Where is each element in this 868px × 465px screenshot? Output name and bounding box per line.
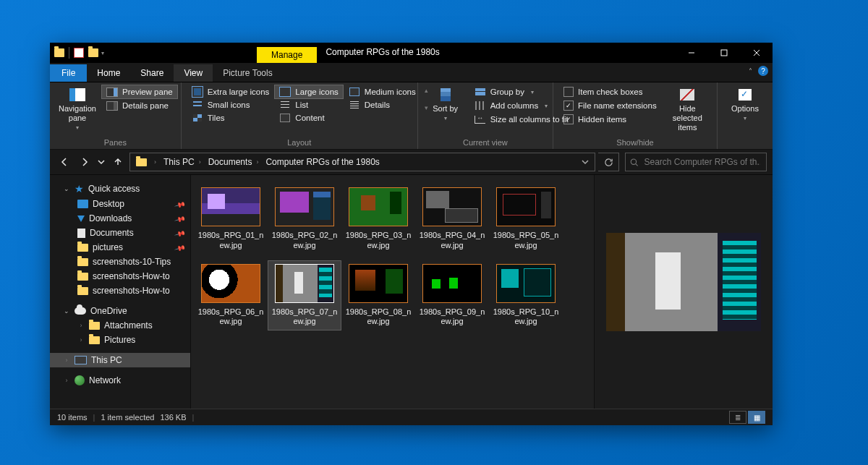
file-item[interactable]: 1980s_RPG_06_new.jpg	[194, 260, 268, 331]
close-button[interactable]	[740, 43, 773, 63]
breadcrumb-current[interactable]: Computer RPGs of the 1980s	[263, 157, 382, 167]
options-button[interactable]: Options▾	[723, 84, 767, 125]
preview-pane	[594, 175, 773, 409]
breadcrumb-documents[interactable]: Documents›	[205, 157, 263, 167]
star-icon: ★	[75, 183, 84, 195]
sidebar-onedrive-pictures[interactable]: ›Pictures	[50, 333, 190, 347]
sort-by-button[interactable]: Sort by▾	[424, 84, 467, 125]
downloads-icon	[77, 216, 85, 222]
app-icon	[54, 48, 64, 57]
file-item[interactable]: 1980s_RPG_07_new.jpg	[268, 260, 341, 331]
file-name-label: 1980s_RPG_04_new.jpg	[416, 231, 488, 251]
layout-details[interactable]: Details	[344, 98, 420, 111]
file-list[interactable]: 1980s_RPG_01_new.jpg1980s_RPG_02_new.jpg…	[191, 175, 594, 409]
navigation-pane-button[interactable]: Navigation pane▾	[56, 84, 99, 135]
group-label-panes: Panes	[56, 137, 175, 149]
folder-icon	[77, 287, 88, 295]
sidebar-desktop[interactable]: Desktop📌	[50, 197, 190, 211]
qat-newfolder-icon[interactable]	[88, 48, 98, 57]
layout-tiles[interactable]: Tiles	[187, 111, 274, 124]
options-icon	[739, 89, 752, 101]
sidebar-folder-shortcut[interactable]: screenshots-How-to	[50, 269, 190, 283]
address-bar[interactable]: › This PC› Documents› Computer RPGs of t…	[129, 153, 595, 171]
file-item[interactable]: 1980s_RPG_05_new.jpg	[489, 184, 563, 255]
titlebar[interactable]: ▾ Manage Computer RPGs of the 1980s	[50, 43, 773, 63]
sidebar-downloads[interactable]: Downloads📌	[50, 211, 190, 226]
sidebar-documents[interactable]: Documents📌	[50, 226, 190, 240]
recent-locations-button[interactable]	[96, 153, 106, 171]
sidebar-pictures[interactable]: pictures📌	[50, 240, 190, 255]
qat-dropdown-icon[interactable]: ▾	[101, 50, 104, 56]
file-name-label: 1980s_RPG_08_new.jpg	[342, 307, 414, 328]
desktop-icon	[77, 200, 88, 208]
file-thumbnail	[349, 187, 408, 226]
layout-medium-icons[interactable]: Medium icons	[344, 85, 420, 98]
sidebar-folder-shortcut[interactable]: screenshots-10-Tips	[50, 255, 190, 269]
sidebar-folder-shortcut[interactable]: screenshots-How-to	[50, 283, 190, 298]
refresh-button[interactable]	[598, 153, 619, 171]
sidebar-this-pc[interactable]: ›This PC	[50, 353, 190, 367]
quick-access-toolbar: ▾	[50, 43, 109, 63]
sidebar-onedrive[interactable]: ⌄OneDrive	[50, 304, 190, 318]
tab-share[interactable]: Share	[130, 64, 174, 82]
file-item[interactable]: 1980s_RPG_02_new.jpg	[268, 184, 341, 255]
layout-extra-large-icons[interactable]: Extra large icons	[187, 85, 274, 98]
file-item[interactable]: 1980s_RPG_08_new.jpg	[341, 260, 415, 331]
maximize-button[interactable]	[707, 43, 740, 63]
view-large-icons-button[interactable]: ▦	[748, 411, 765, 424]
file-item[interactable]: 1980s_RPG_04_new.jpg	[415, 184, 489, 255]
qat-properties-icon[interactable]	[74, 48, 84, 58]
svg-rect-1	[721, 50, 727, 56]
file-item[interactable]: 1980s_RPG_10_new.jpg	[489, 260, 563, 331]
hide-selected-items-button[interactable]: Hide selected items	[664, 84, 711, 136]
ribbon-tabs: File Home Share View Picture Tools ˄ ?	[50, 63, 773, 82]
details-pane-button[interactable]: Details pane	[102, 99, 177, 112]
hide-icon	[680, 89, 694, 101]
layout-content[interactable]: Content	[275, 111, 342, 124]
sidebar-network[interactable]: ›Network	[50, 373, 190, 388]
location-icon	[136, 158, 147, 166]
forward-button[interactable]	[76, 153, 93, 171]
tab-picture-tools[interactable]: Picture Tools	[213, 64, 282, 82]
breadcrumb-this-pc[interactable]: This PC›	[161, 157, 205, 167]
file-item[interactable]: 1980s_RPG_03_new.jpg	[341, 184, 415, 255]
file-name-extensions-toggle[interactable]: File name extensions	[559, 99, 661, 112]
up-button[interactable]	[109, 153, 127, 171]
file-item[interactable]: 1980s_RPG_01_new.jpg	[194, 184, 268, 255]
file-thumbnail	[201, 187, 260, 226]
sidebar-quick-access[interactable]: ⌄★Quick access	[50, 181, 190, 197]
layout-large-icons[interactable]: Large icons	[275, 85, 342, 98]
back-button[interactable]	[56, 153, 73, 171]
help-icon[interactable]: ?	[758, 66, 768, 76]
group-label-show-hide: Show/hide	[559, 137, 711, 149]
address-bar-row: › This PC› Documents› Computer RPGs of t…	[50, 150, 773, 175]
minimize-button[interactable]	[675, 43, 707, 63]
address-dropdown-icon[interactable]	[579, 153, 592, 171]
file-item[interactable]: 1980s_RPG_09_new.jpg	[415, 260, 489, 331]
tab-home[interactable]: Home	[87, 64, 130, 82]
status-selection-count: 1 item selected	[101, 413, 154, 422]
group-label-current-view: Current view	[424, 137, 547, 149]
file-explorer-window: ▾ Manage Computer RPGs of the 1980s File…	[50, 43, 773, 425]
crumb-dropdown-icon[interactable]: ›	[150, 158, 161, 166]
tab-view[interactable]: View	[174, 64, 213, 82]
pin-icon: 📌	[174, 242, 186, 253]
layout-list[interactable]: List	[275, 98, 342, 111]
item-check-boxes-toggle[interactable]: Item check boxes	[559, 85, 661, 98]
tab-file[interactable]: File	[50, 64, 87, 82]
sort-icon	[441, 88, 451, 101]
file-thumbnail	[275, 264, 334, 303]
search-input[interactable]	[642, 156, 762, 168]
contextual-tab-manage[interactable]: Manage	[257, 47, 317, 63]
sidebar-attachments[interactable]: ›Attachments	[50, 318, 190, 333]
hidden-items-toggle[interactable]: Hidden items	[559, 113, 661, 126]
view-details-button[interactable]: ≣	[729, 411, 746, 424]
search-box[interactable]	[625, 153, 767, 171]
pin-icon: 📌	[174, 227, 186, 239]
navigation-tree[interactable]: ⌄★Quick access Desktop📌 Downloads📌 Docum…	[50, 175, 191, 409]
file-thumbnail	[201, 264, 260, 303]
preview-pane-button[interactable]: Preview pane	[102, 85, 177, 98]
cloud-icon	[75, 307, 86, 315]
layout-small-icons[interactable]: Small icons	[187, 98, 274, 111]
collapse-ribbon-icon[interactable]: ˄	[749, 67, 752, 75]
